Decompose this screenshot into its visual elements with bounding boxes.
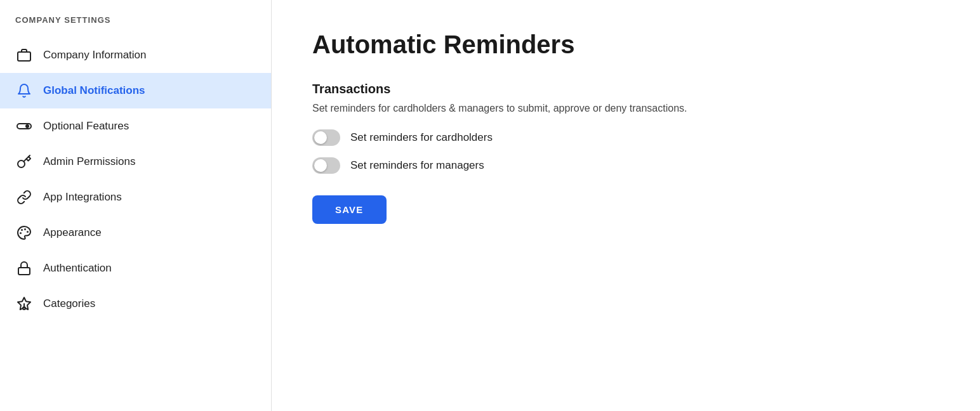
sidebar-item-admin-permissions[interactable]: Admin Permissions [0, 144, 271, 179]
sidebar-item-appearance[interactable]: Appearance [0, 215, 271, 251]
sidebar-item-app-integrations[interactable]: App Integrations [0, 179, 271, 215]
svg-rect-8 [18, 268, 30, 275]
sidebar-item-label: Appearance [43, 226, 102, 239]
svg-point-6 [22, 230, 22, 230]
svg-point-2 [25, 124, 29, 128]
sidebar-item-company-information[interactable]: Company Information [0, 37, 271, 73]
bell-icon [15, 82, 33, 100]
sidebar-heading: COMPANY SETTINGS [0, 15, 271, 37]
sidebar-item-label: App Integrations [43, 191, 122, 204]
sidebar-item-label: Admin Permissions [43, 155, 136, 168]
sidebar-item-categories[interactable]: Categories [0, 286, 271, 322]
sidebar-item-label: Global Notifications [43, 84, 145, 97]
cardholders-toggle-label: Set reminders for cardholders [350, 131, 493, 144]
page-title: Automatic Reminders [312, 30, 939, 59]
managers-toggle[interactable] [312, 157, 340, 174]
svg-point-4 [25, 229, 25, 230]
sidebar-item-authentication[interactable]: Authentication [0, 251, 271, 286]
sidebar-item-optional-features[interactable]: Optional Features [0, 108, 271, 144]
sidebar-item-label: Authentication [43, 262, 112, 275]
transactions-description: Set reminders for cardholders & managers… [312, 103, 939, 114]
svg-point-5 [27, 232, 28, 232]
sidebar: COMPANY SETTINGS Company InformationGlob… [0, 0, 272, 411]
categories-icon [15, 295, 33, 313]
cardholders-toggle[interactable] [312, 129, 340, 146]
link-icon [15, 188, 33, 206]
sidebar-item-global-notifications[interactable]: Global Notifications [0, 73, 271, 108]
toggle-row: Set reminders for cardholders [312, 129, 939, 146]
palette-icon [15, 224, 33, 242]
key-icon [15, 153, 33, 171]
toggle-row: Set reminders for managers [312, 157, 939, 174]
main-content: Automatic Reminders Transactions Set rem… [272, 0, 980, 411]
sidebar-item-label: Optional Features [43, 120, 129, 133]
briefcase-icon [15, 46, 33, 64]
save-button[interactable]: SAVE [312, 195, 387, 224]
sidebar-item-label: Categories [43, 297, 95, 310]
managers-toggle-label: Set reminders for managers [350, 159, 484, 172]
transactions-section: Transactions Set reminders for cardholde… [312, 82, 939, 224]
svg-rect-0 [18, 52, 30, 61]
sidebar-item-label: Company Information [43, 49, 147, 62]
transactions-section-title: Transactions [312, 82, 939, 96]
toggle-icon [15, 117, 33, 135]
svg-point-7 [20, 233, 21, 233]
lock-icon [15, 259, 33, 277]
